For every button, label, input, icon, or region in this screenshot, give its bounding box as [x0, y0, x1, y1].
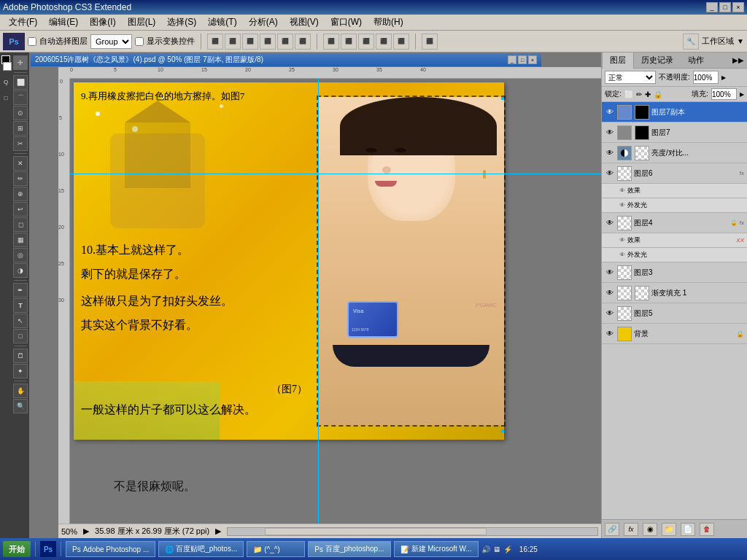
- taskbar-folder-btn[interactable]: 📁 (^_^): [247, 541, 305, 557]
- new-adjustment-button[interactable]: ◉: [643, 523, 657, 536]
- notes-tool[interactable]: 🗒: [13, 349, 28, 363]
- eye-effect-icon[interactable]: 👁: [619, 187, 625, 194]
- layer-item-background[interactable]: 👁 背景 🔒: [602, 324, 747, 344]
- blend-mode-select[interactable]: 正常 溶解 正片叠底: [605, 71, 656, 84]
- taskbar-ps2-btn[interactable]: Ps 百度_photoshop...: [308, 541, 390, 557]
- layer-item-3[interactable]: 👁 图层3: [602, 262, 747, 283]
- crop-tool[interactable]: ⊞: [13, 121, 28, 136]
- lasso-tool[interactable]: ⌒: [13, 90, 28, 105]
- menu-help[interactable]: 帮助(H): [368, 15, 409, 30]
- distribute-icon[interactable]: ⬛: [323, 34, 339, 50]
- lock-all-icon[interactable]: 🔒: [654, 90, 662, 98]
- status-triangle[interactable]: ▶: [83, 526, 89, 536]
- marquee-tool[interactable]: ⬜: [13, 75, 28, 90]
- align-left-icon[interactable]: ⬛: [207, 34, 223, 50]
- history-brush-tool[interactable]: ↩: [13, 202, 28, 217]
- eraser-tool[interactable]: ◻: [13, 217, 28, 232]
- tab-history[interactable]: 历史记录: [634, 52, 681, 69]
- hand-tool[interactable]: ✋: [13, 384, 28, 398]
- zoom-tool[interactable]: 🔍: [13, 399, 28, 413]
- horizontal-scrollbar[interactable]: [227, 527, 598, 536]
- layer-eye-6[interactable]: 👁: [605, 168, 615, 179]
- layer-eye-5[interactable]: 👁: [605, 308, 615, 319]
- layer-item-gradient[interactable]: 👁 渐变填充 1: [602, 283, 747, 303]
- layer-eye-bg[interactable]: 👁: [605, 329, 615, 339]
- eye-glow-icon[interactable]: 👁: [619, 202, 625, 209]
- menu-window[interactable]: 窗口(W): [325, 15, 368, 30]
- start-button[interactable]: 开始: [3, 541, 31, 557]
- options-extra-icon[interactable]: ⬛: [422, 34, 438, 50]
- new-layer-button[interactable]: 📄: [681, 523, 695, 536]
- taskbar-ps-btn[interactable]: Ps Adobe Photoshop ...: [66, 541, 155, 557]
- scroll-thumb[interactable]: [265, 528, 487, 535]
- status-triangle2[interactable]: ▶: [215, 526, 221, 536]
- align-middle-icon[interactable]: ⬛: [277, 34, 293, 50]
- lock-image-icon[interactable]: ✏: [636, 90, 642, 98]
- align-right-icon[interactable]: ⬛: [242, 34, 258, 50]
- layer-eye-3[interactable]: 👁: [605, 268, 615, 278]
- layer-item-brightness[interactable]: 👁 亮度/对比...: [602, 143, 747, 163]
- menu-layer[interactable]: 图层(L): [122, 15, 162, 30]
- heal-tool[interactable]: ✕: [13, 156, 28, 171]
- lock-position-icon[interactable]: ✚: [645, 90, 651, 98]
- slice-tool[interactable]: ✂: [13, 136, 28, 151]
- distribute3-icon[interactable]: ⬛: [358, 34, 374, 50]
- close-button[interactable]: ×: [732, 2, 744, 12]
- pen-tool[interactable]: ✒: [13, 283, 28, 298]
- layer-item-6[interactable]: 👁 图层6 fx: [602, 163, 747, 184]
- layer-eye-gradient[interactable]: 👁: [605, 288, 615, 298]
- brush-tool[interactable]: ✏: [13, 171, 28, 186]
- align-center-icon[interactable]: ⬛: [225, 34, 241, 50]
- stamp-tool[interactable]: ⊕: [13, 187, 28, 201]
- quick-mask-icon[interactable]: Q: [1, 77, 11, 87]
- fill-arrow[interactable]: ▶: [740, 91, 744, 98]
- delete-layer-button[interactable]: 🗑: [700, 523, 714, 536]
- canvas-minimize[interactable]: _: [508, 55, 516, 64]
- menu-file[interactable]: 文件(F): [3, 15, 43, 30]
- distribute2-icon[interactable]: ⬛: [341, 34, 357, 50]
- blur-tool[interactable]: ◎: [13, 248, 28, 262]
- ps-tray-icon[interactable]: Ps: [40, 541, 56, 557]
- gradient-tool[interactable]: ▦: [13, 233, 28, 247]
- menu-image[interactable]: 图像(I): [84, 15, 121, 30]
- show-transform-checkbox[interactable]: [135, 37, 144, 46]
- opacity-input[interactable]: [693, 71, 719, 84]
- shape-tool[interactable]: □: [13, 329, 28, 343]
- distribute4-icon[interactable]: ⬛: [376, 34, 392, 50]
- lock-transparent-icon[interactable]: ⬜: [624, 90, 633, 98]
- menu-select[interactable]: 选择(S): [161, 15, 202, 30]
- group-dropdown[interactable]: Group Layer: [90, 34, 132, 49]
- align-bottom-icon[interactable]: ⬛: [295, 34, 311, 50]
- taskbar-browser1-btn[interactable]: 🌐 百度贴吧_photos...: [158, 541, 244, 557]
- move-tool[interactable]: ✛: [13, 55, 28, 70]
- screen-mode-icon[interactable]: □: [1, 93, 11, 103]
- layer-item-5[interactable]: 👁 图层5: [602, 303, 747, 324]
- canvas-maximize[interactable]: □: [518, 55, 527, 64]
- text-tool[interactable]: T: [13, 298, 28, 313]
- distribute5-icon[interactable]: ⬛: [393, 34, 409, 50]
- link-layers-button[interactable]: 🔗: [605, 523, 619, 536]
- dodge-tool[interactable]: ◑: [13, 263, 28, 278]
- layer-item-7-copy[interactable]: 👁 图层7副本: [602, 102, 747, 122]
- eyedropper-tool[interactable]: ✦: [13, 364, 28, 378]
- fill-input[interactable]: [711, 88, 737, 100]
- align-top-icon[interactable]: ⬛: [260, 34, 276, 50]
- menu-filter[interactable]: 滤镜(T): [202, 15, 242, 30]
- layer-item-7[interactable]: 👁 图层7: [602, 122, 747, 143]
- menu-edit[interactable]: 编辑(E): [43, 15, 84, 30]
- tab-layers[interactable]: 图层: [602, 52, 634, 69]
- eye-effect4-icon[interactable]: 👁: [619, 237, 625, 244]
- panel-options-button[interactable]: ▶▶: [732, 56, 747, 64]
- background-color[interactable]: [3, 62, 12, 71]
- minimize-button[interactable]: _: [706, 2, 718, 12]
- layer-eye-brightness[interactable]: 👁: [605, 148, 615, 158]
- maximize-button[interactable]: □: [719, 2, 731, 12]
- fx-button[interactable]: fx: [624, 523, 638, 536]
- layer-eye-7copy[interactable]: 👁: [605, 107, 615, 117]
- workspace-icon[interactable]: 🔧: [683, 34, 699, 50]
- menu-view[interactable]: 视图(V): [284, 15, 325, 30]
- quick-select-tool[interactable]: ⊙: [13, 106, 28, 120]
- eye-glow4-icon[interactable]: 👁: [619, 252, 625, 258]
- tab-actions[interactable]: 动作: [681, 52, 711, 69]
- new-group-button[interactable]: 📁: [662, 523, 676, 536]
